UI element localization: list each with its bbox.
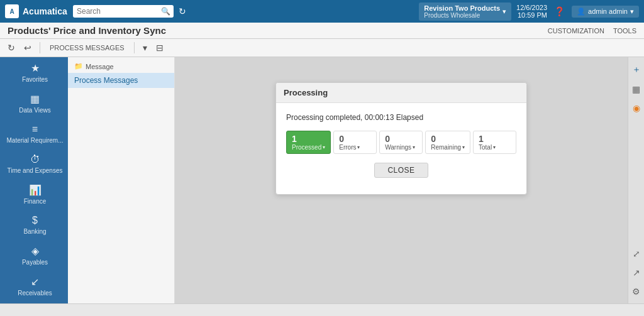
dataviews-icon: ▦ xyxy=(30,93,40,105)
pin-toolbar-button[interactable]: ⊟ xyxy=(153,41,166,54)
top-bar: A Acumatica 🔍 ↻ Revision Two Products Pr… xyxy=(0,0,644,23)
dialog-title: Processing xyxy=(284,88,328,97)
page-title: Products' Price and Inventory Sync xyxy=(8,25,166,36)
external-link-icon[interactable]: ↗ xyxy=(631,266,642,280)
page-toolbar: ↻ ↩ PROCESS MESSAGES ▾ ⊟ xyxy=(0,39,644,57)
refresh-icon[interactable]: ↻ xyxy=(179,6,186,16)
time-display: 10:59 PM xyxy=(516,11,547,19)
sidebar-item-finance[interactable]: 📊 Finance xyxy=(0,179,68,210)
page-header-bar: Products' Price and Inventory Sync CUSTO… xyxy=(0,23,644,39)
notification-icon[interactable]: ◉ xyxy=(631,101,642,115)
content-area: 📁 Message Process Messages Processing Pr… xyxy=(68,57,644,303)
dialog-body: Processing completed, 00:00:13 Elapsed 1… xyxy=(276,103,526,194)
user-label: admin admin xyxy=(588,8,628,15)
toolbar-separator xyxy=(40,42,40,53)
material-icon: ≡ xyxy=(32,124,38,135)
status-bar xyxy=(0,303,644,316)
remaining-label: Remaining ▾ xyxy=(431,144,465,151)
search-input[interactable] xyxy=(77,7,158,16)
message-folder-icon: 📁 xyxy=(74,62,83,70)
revision-sub: Products Wholesale xyxy=(424,12,500,19)
processing-dialog: Processing Processing completed, 00:00:1… xyxy=(275,82,527,195)
sidebar-item-material-label: Material Requirem... xyxy=(6,137,63,144)
dialog-footer: CLOSE xyxy=(286,163,516,187)
sidebar-item-banking-label: Banking xyxy=(23,228,46,235)
sidebar-item-dataviews[interactable]: ▦ Data Views xyxy=(0,88,68,119)
sidebar-item-dataviews-label: Data Views xyxy=(19,107,50,114)
main-content: Processing Processing completed, 00:00:1… xyxy=(175,57,628,303)
banking-icon: $ xyxy=(32,215,38,226)
right-sidebar: ＋ ▦ ◉ ⤢ ↗ ⚙ xyxy=(628,57,644,303)
logo-text: Acumatica xyxy=(23,6,67,16)
logo-area: A Acumatica xyxy=(5,4,68,18)
processing-status: Processing completed, 00:00:13 Elapsed xyxy=(286,113,516,122)
receivables-icon: ↙ xyxy=(31,276,39,288)
process-messages-label: Process Messages xyxy=(74,76,138,85)
expand-icon[interactable]: ⤢ xyxy=(631,247,642,261)
remaining-num: 0 xyxy=(431,134,465,144)
date-display: 12/6/2023 xyxy=(516,4,547,11)
remaining-chevron-icon: ▾ xyxy=(462,144,465,150)
revision-chevron-icon: ▾ xyxy=(502,8,506,16)
total-chevron-icon: ▾ xyxy=(493,144,496,150)
sidebar-item-time[interactable]: ⏱ Time and Expenses xyxy=(0,149,68,179)
processed-num: 1 xyxy=(292,134,325,144)
errors-label: Errors ▾ xyxy=(339,144,371,151)
help-icon[interactable]: ❓ xyxy=(552,4,567,18)
left-panel-header-label: Message xyxy=(86,63,114,70)
user-chevron-icon: ▾ xyxy=(630,8,634,16)
sidebar-item-material[interactable]: ≡ Material Requirem... xyxy=(0,119,68,149)
dropdown-toolbar-button[interactable]: ▾ xyxy=(140,41,150,54)
dialog-header: Processing xyxy=(276,83,526,103)
stat-total[interactable]: 1 Total ▾ xyxy=(473,131,516,154)
processed-label: Processed ▾ xyxy=(292,144,325,151)
favorites-icon: ★ xyxy=(31,62,40,74)
search-icon: 🔍 xyxy=(161,7,170,16)
total-label: Total ▾ xyxy=(479,144,511,151)
sidebar-item-receivables-label: Receivables xyxy=(18,290,52,297)
stat-processed[interactable]: 1 Processed ▾ xyxy=(286,131,331,154)
close-button[interactable]: CLOSE xyxy=(374,163,428,178)
tools-button[interactable]: TOOLS xyxy=(613,27,636,35)
errors-num: 0 xyxy=(339,134,371,144)
revision-title: Revision Two Products xyxy=(424,4,500,12)
customization-button[interactable]: CUSTOMIZATION xyxy=(548,27,604,35)
top-bar-right: Revision Two Products Products Wholesale… xyxy=(419,3,639,21)
inner-layout: 📁 Message Process Messages Processing Pr… xyxy=(68,57,644,303)
left-panel: 📁 Message Process Messages xyxy=(68,57,175,303)
sidebar-item-payables-label: Payables xyxy=(22,259,48,266)
warnings-num: 0 xyxy=(385,134,417,144)
add-panel-icon[interactable]: ＋ xyxy=(630,62,643,77)
user-icon: 👤 xyxy=(577,8,586,16)
total-num: 1 xyxy=(479,134,511,144)
revision-info[interactable]: Revision Two Products Products Wholesale… xyxy=(419,3,511,21)
refresh-toolbar-button[interactable]: ↻ xyxy=(5,41,18,54)
sidebar-item-payables[interactable]: ◈ Payables xyxy=(0,240,68,271)
settings-gear-icon[interactable]: ⚙ xyxy=(630,285,642,298)
warnings-label: Warnings ▾ xyxy=(385,144,417,151)
sidebar-item-time-label: Time and Expenses xyxy=(7,167,62,174)
datetime-box: 12/6/2023 10:59 PM xyxy=(516,4,547,19)
logo-icon: A xyxy=(5,4,19,18)
grid-view-icon[interactable]: ▦ xyxy=(630,82,642,96)
processed-chevron-icon: ▾ xyxy=(323,144,325,150)
sidebar-item-banking[interactable]: $ Banking xyxy=(0,210,68,240)
sidebar-item-finance-label: Finance xyxy=(24,198,47,205)
finance-icon: 📊 xyxy=(29,184,42,196)
stats-grid: 1 Processed ▾ 0 Errors xyxy=(286,131,516,154)
stat-remaining[interactable]: 0 Remaining ▾ xyxy=(425,131,470,154)
time-icon: ⏱ xyxy=(30,154,40,165)
sidebar-item-receivables[interactable]: ↙ Receivables xyxy=(0,271,68,302)
left-panel-item-process-messages[interactable]: Process Messages xyxy=(68,73,174,88)
search-bar[interactable]: 🔍 xyxy=(73,5,174,18)
process-messages-button[interactable]: PROCESS MESSAGES xyxy=(46,43,128,53)
sidebar-item-favorites[interactable]: ★ Favorites xyxy=(0,57,68,88)
warnings-chevron-icon: ▾ xyxy=(413,144,415,150)
user-menu-button[interactable]: 👤 admin admin ▾ xyxy=(572,6,639,18)
errors-chevron-icon: ▾ xyxy=(357,144,360,150)
stat-errors[interactable]: 0 Errors ▾ xyxy=(333,131,377,154)
sidebar-item-favorites-label: Favorites xyxy=(22,76,48,83)
stat-warnings[interactable]: 0 Warnings ▾ xyxy=(379,131,423,154)
payables-icon: ◈ xyxy=(31,245,39,257)
undo-toolbar-button[interactable]: ↩ xyxy=(21,41,34,54)
